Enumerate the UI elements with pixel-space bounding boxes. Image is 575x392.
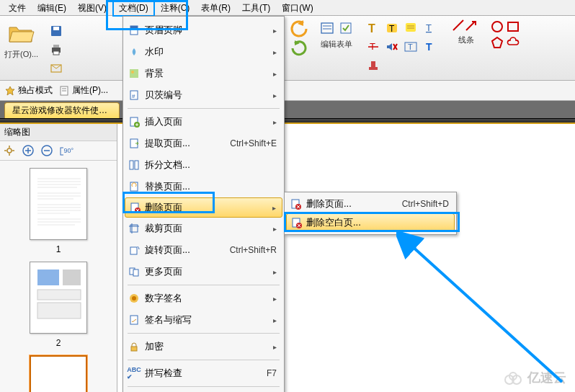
rotate-icon[interactable]: 90° [58, 143, 73, 159]
arrow-diag-icon[interactable] [465, 19, 478, 32]
crop-icon [128, 222, 141, 235]
svg-rect-79 [135, 161, 138, 169]
delete-icon [128, 201, 141, 214]
menu-form[interactable]: 表单(R) [195, 0, 236, 16]
save-icon[interactable] [48, 22, 65, 40]
text-tool-icon[interactable]: T [365, 19, 382, 37]
menu-view[interactable]: 视图(V) [72, 0, 112, 16]
exclusive-mode-button[interactable]: 独占模式 [4, 84, 53, 97]
thumbnail-page-1[interactable] [30, 168, 87, 240]
form-checkbox-icon[interactable] [337, 19, 355, 37]
svg-point-32 [492, 22, 502, 32]
menu-tools[interactable]: 工具(T) [236, 0, 276, 16]
submenu-delete-pages[interactable]: 删除页面...Ctrl+Shift+D [286, 195, 455, 213]
annotation-arrow [396, 231, 575, 389]
menu-item-sign[interactable]: 数字签名▸ [125, 288, 282, 309]
document-tab[interactable]: 星云游戏修改器软件使用说明 [4, 102, 120, 118]
gear-icon[interactable] [1, 143, 17, 159]
page-icon [128, 24, 141, 37]
menu-item-background[interactable]: 背景▸ [125, 63, 282, 84]
thumbnail-page-2[interactable] [30, 262, 87, 334]
thumbnails-toolbar: 90° [0, 141, 117, 161]
svg-text:T: T [408, 43, 413, 51]
zoom-in-icon[interactable] [20, 143, 36, 159]
menu-item-delete[interactable]: 删除页面▸ [125, 197, 282, 218]
secondary-toolbar: 独占模式 属性(P)... [0, 81, 575, 101]
menu-item-split[interactable]: 拆分文档... [125, 154, 282, 176]
menu-comment[interactable]: 注释(C) [155, 0, 196, 16]
svg-marker-34 [492, 37, 502, 48]
undo-icon[interactable] [289, 19, 309, 39]
print-icon[interactable] [48, 41, 65, 58]
svg-rect-10 [321, 23, 333, 33]
submenu-delete-blank[interactable]: 删除空白页... [286, 213, 455, 232]
zoom-out-icon[interactable] [39, 143, 55, 159]
shape-polygon-icon[interactable] [490, 35, 504, 50]
lines-label: 线条 [458, 35, 474, 45]
thumbnails-panel: 缩略图 90° 1 2 [0, 124, 117, 392]
menu-item-replace[interactable]: 替换页面... [125, 176, 282, 197]
menu-item-insert[interactable]: 插入页面▸ [125, 111, 282, 133]
document-menu-dropdown: 页眉页脚▸ 水印▸ 背景▸ #贝茨编号▸ 插入页面▸ 提取页面...Ctrl+S… [122, 16, 285, 392]
shape-rect-icon[interactable] [506, 19, 520, 34]
text-blue-icon[interactable]: T [421, 38, 438, 55]
open-icon[interactable] [7, 19, 36, 48]
svg-text:T: T [426, 22, 432, 33]
form-field-icon[interactable] [318, 19, 336, 37]
menu-item-encrypt[interactable]: 加密▸ [125, 336, 282, 357]
svg-rect-17 [406, 23, 416, 32]
note-icon[interactable] [402, 19, 419, 37]
svg-rect-69 [130, 69, 138, 78]
svg-rect-1 [53, 27, 59, 30]
properties-button[interactable]: 属性(P)... [58, 84, 108, 97]
menu-window[interactable]: 窗口(W) [276, 0, 318, 16]
menu-document[interactable]: 文档(D) [112, 0, 155, 17]
svg-rect-3 [53, 45, 59, 48]
svg-rect-33 [508, 22, 518, 31]
svg-line-30 [453, 20, 463, 30]
open-label: 打开(O)... [4, 49, 38, 60]
mute-icon[interactable] [383, 38, 401, 55]
menu-file[interactable]: 文件 [3, 0, 32, 16]
sign-icon [128, 292, 141, 305]
insert-icon [128, 115, 141, 128]
shape-cloud-icon[interactable] [506, 35, 520, 50]
thumbnail-page-3[interactable] [30, 355, 87, 392]
stamp-icon[interactable] [365, 57, 382, 74]
bates-icon: # [128, 89, 141, 102]
svg-point-92 [132, 296, 136, 300]
svg-text:T: T [426, 41, 432, 53]
menu-item-watermark[interactable]: 水印▸ [125, 41, 282, 63]
thumbnail-number-1: 1 [7, 244, 110, 254]
svg-rect-90 [133, 270, 138, 276]
menu-item-crop[interactable]: 裁剪页面▸ [125, 218, 282, 239]
svg-rect-88 [130, 247, 137, 254]
menu-item-extract[interactable]: 提取页面...Ctrl+Shift+E [125, 133, 282, 154]
svg-point-70 [131, 71, 134, 74]
highlight-icon[interactable]: T [383, 19, 401, 37]
menu-item-more[interactable]: 更多页面▸ [125, 261, 282, 282]
mail-icon[interactable] [48, 60, 65, 77]
redo-icon[interactable] [290, 39, 308, 56]
menu-item-bates[interactable]: #贝茨编号▸ [125, 84, 282, 106]
line-diag1-icon[interactable] [452, 19, 465, 32]
text-box-icon[interactable]: T [402, 38, 419, 55]
svg-rect-29 [371, 61, 375, 67]
svg-line-104 [411, 245, 562, 382]
svg-rect-4 [53, 51, 59, 55]
strike-icon[interactable]: T [365, 38, 382, 55]
svg-rect-78 [130, 161, 133, 169]
underline-icon[interactable]: T [421, 19, 438, 37]
abbrev-icon [128, 313, 141, 326]
menu-item-rotate[interactable]: 旋转页面...Ctrl+Shift+R [125, 239, 282, 261]
menu-item-run[interactable]: 运行: <无> [125, 389, 282, 392]
menu-item-abbrev[interactable]: 签名与缩写▸ [125, 309, 282, 331]
menu-item-spell[interactable]: ABC✔拼写检查F7 [125, 362, 282, 384]
svg-point-38 [7, 148, 12, 153]
svg-rect-64 [63, 270, 81, 285]
menu-edit[interactable]: 编辑(E) [32, 0, 72, 16]
svg-text:#: # [132, 93, 135, 99]
menu-item-header-footer[interactable]: 页眉页脚▸ [125, 19, 282, 41]
shape-circle-icon[interactable] [490, 19, 504, 34]
delete-page-submenu: 删除页面...Ctrl+Shift+D 删除空白页... [284, 192, 457, 235]
